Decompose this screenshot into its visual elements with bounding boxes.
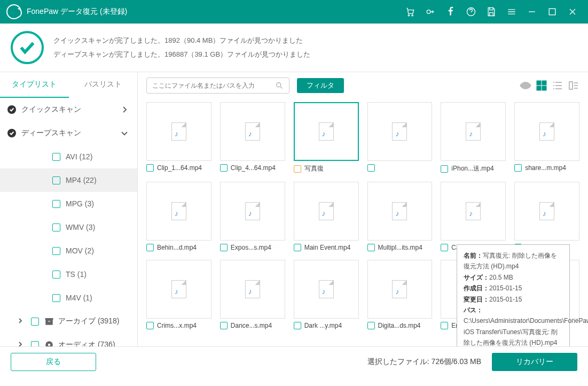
file-item[interactable]: Dark ...y.mp4 xyxy=(294,260,359,333)
checkbox[interactable] xyxy=(220,322,228,329)
file-name: share...m.mp4 xyxy=(525,164,566,172)
checkbox[interactable] xyxy=(441,322,448,329)
file-item[interactable]: 写真復 xyxy=(294,102,359,176)
checkbox[interactable] xyxy=(294,165,301,173)
tab-type-list[interactable]: タイプリスト xyxy=(0,72,69,98)
file-thumbnail[interactable] xyxy=(220,182,285,241)
video-file-icon xyxy=(171,280,186,298)
file-thumbnail[interactable] xyxy=(441,102,506,161)
file-item[interactable]: Dance...s.mp4 xyxy=(220,260,285,333)
checkbox[interactable] xyxy=(441,165,448,173)
file-thumbnail[interactable] xyxy=(367,102,433,161)
file-thumbnail[interactable] xyxy=(367,260,433,319)
checkbox[interactable] xyxy=(441,244,448,251)
close-button[interactable] xyxy=(563,3,582,21)
grid-view-icon[interactable] xyxy=(536,80,547,91)
app-title: FonePaw データ復元 (未登録) xyxy=(27,7,127,17)
file-thumbnail[interactable] xyxy=(294,182,359,241)
checkbox[interactable] xyxy=(294,322,301,329)
file-item[interactable]: Multipl...its.mp4 xyxy=(367,182,433,254)
main-panel: フィルタ Clip_1...64.mp4Clip_4...64.mp4写真復iP… xyxy=(138,72,588,346)
type-ts[interactable]: TS (1) xyxy=(0,263,137,286)
file-name: Main Event.mp4 xyxy=(304,244,351,251)
file-item[interactable]: Crims...x.mp4 xyxy=(146,260,211,333)
file-thumbnail[interactable] xyxy=(441,182,506,241)
checkbox[interactable] xyxy=(367,164,375,172)
file-item[interactable]: Clear ...ce.mp4 xyxy=(514,182,579,254)
checkbox[interactable] xyxy=(52,247,60,255)
back-button[interactable]: 戻る xyxy=(11,353,96,371)
file-item[interactable]: Clip_1...64.mp4 xyxy=(146,102,211,176)
cart-icon[interactable] xyxy=(401,3,419,21)
file-name: Multipl...its.mp4 xyxy=(378,244,422,251)
svg-rect-16 xyxy=(569,82,573,89)
type-mov[interactable]: MOV (2) xyxy=(0,239,137,263)
file-item[interactable]: Main Event.mp4 xyxy=(294,182,359,254)
search-icon[interactable] xyxy=(275,81,284,90)
checkbox[interactable] xyxy=(294,244,301,251)
type-m4v[interactable]: M4V (1) xyxy=(0,286,137,310)
checkbox[interactable] xyxy=(220,164,228,172)
checkbox[interactable] xyxy=(220,244,228,251)
type-wmv[interactable]: WMV (3) xyxy=(0,215,137,239)
file-thumbnail[interactable] xyxy=(220,260,285,319)
file-thumbnail[interactable] xyxy=(220,102,285,161)
checkbox[interactable] xyxy=(52,271,60,279)
file-thumbnail[interactable] xyxy=(514,102,579,161)
checkbox[interactable] xyxy=(367,322,375,329)
video-file-icon xyxy=(319,202,334,220)
type-avi[interactable]: AVI (12) xyxy=(0,145,137,168)
file-item[interactable]: Expos...s.mp4 xyxy=(220,182,285,254)
list-view-icon[interactable] xyxy=(552,80,563,91)
checkbox[interactable] xyxy=(52,223,60,231)
detail-view-icon[interactable] xyxy=(568,80,579,91)
file-item[interactable]: Callin...ts.mp4 xyxy=(441,182,506,254)
checkbox[interactable] xyxy=(367,244,375,251)
minimize-button[interactable] xyxy=(523,3,541,21)
facebook-icon[interactable] xyxy=(442,3,460,21)
file-thumbnail[interactable] xyxy=(514,182,579,241)
file-thumbnail[interactable] xyxy=(146,102,211,161)
tab-path-list[interactable]: パスリスト xyxy=(69,72,138,98)
checkbox[interactable] xyxy=(31,318,39,326)
file-item[interactable]: share...m.mp4 xyxy=(514,102,579,176)
save-icon[interactable] xyxy=(482,3,500,21)
maximize-button[interactable] xyxy=(543,3,561,21)
file-item[interactable]: Clip_4...64.mp4 xyxy=(220,102,285,176)
file-item[interactable]: iPhon...送.mp4 xyxy=(441,102,506,176)
checkbox[interactable] xyxy=(146,244,154,251)
key-icon[interactable] xyxy=(421,3,440,21)
search-input[interactable] xyxy=(152,82,275,89)
svg-point-1 xyxy=(412,14,413,16)
help-icon[interactable] xyxy=(462,3,480,21)
group-audio[interactable]: オーディオ (736) xyxy=(0,333,137,346)
file-thumbnail[interactable] xyxy=(367,182,433,241)
menu-icon[interactable] xyxy=(503,3,521,21)
checkbox[interactable] xyxy=(146,322,154,329)
checkbox[interactable] xyxy=(146,164,154,172)
group-archive[interactable]: アーカイブ (3918) xyxy=(0,310,137,333)
checkbox[interactable] xyxy=(52,153,60,161)
checkbox[interactable] xyxy=(514,164,522,172)
chevron-down-icon xyxy=(119,130,130,136)
checkbox[interactable] xyxy=(52,200,60,208)
file-name: Crims...x.mp4 xyxy=(157,322,197,329)
file-item[interactable]: Digita...ds.mp4 xyxy=(367,260,433,333)
file-thumbnail[interactable] xyxy=(146,260,211,319)
tree-deep-scan[interactable]: ディープスキャン xyxy=(0,121,137,145)
filter-button[interactable]: フィルタ xyxy=(297,78,344,93)
checkbox[interactable] xyxy=(52,294,60,302)
preview-toggle-icon[interactable] xyxy=(520,80,531,91)
recover-button[interactable]: リカバリー xyxy=(492,353,577,371)
checkbox[interactable] xyxy=(52,176,60,184)
type-mp4[interactable]: MP4 (22) xyxy=(0,168,137,192)
file-thumbnail[interactable] xyxy=(146,182,211,241)
tree-quick-scan[interactable]: クイックスキャン xyxy=(0,98,137,121)
file-item[interactable]: Behin...d.mp4 xyxy=(146,182,211,254)
type-mpg[interactable]: MPG (3) xyxy=(0,192,137,215)
file-thumbnail[interactable] xyxy=(294,102,359,161)
video-file-icon xyxy=(245,122,260,141)
file-thumbnail[interactable] xyxy=(294,260,359,319)
file-item[interactable] xyxy=(367,102,433,176)
checkbox[interactable] xyxy=(31,341,39,347)
